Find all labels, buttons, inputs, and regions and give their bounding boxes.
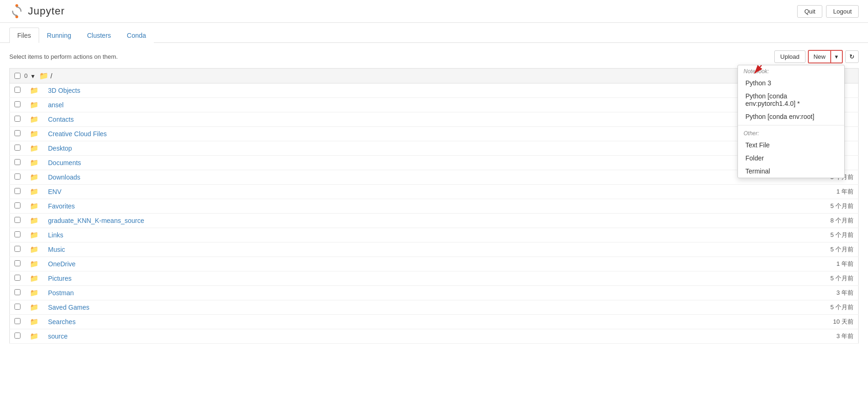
row-checkbox[interactable] [14,217,21,223]
file-link[interactable]: OneDrive [48,260,76,268]
row-checkbox[interactable] [14,101,21,107]
tab-clusters[interactable]: Clusters [79,28,119,43]
file-link[interactable]: graduate_KNN_K-means_source [48,217,144,224]
refresh-button[interactable]: ↻ [845,50,859,63]
file-table: 📁 3D Objects 📁 ansel 📁 Contacts [9,83,859,344]
table-row: 📁 ENV 1 年前 [10,185,859,199]
row-checkbox-cell [10,271,26,286]
row-folder-icon: 📁 [25,214,43,228]
row-checkbox-cell [10,141,26,156]
tab-files[interactable]: Files [9,28,39,43]
row-modified: 3 年前 [789,329,859,344]
row-checkbox-cell [10,83,26,98]
file-link[interactable]: Contacts [48,116,74,123]
file-link[interactable]: Saved Games [48,304,90,311]
table-row: 📁 Searches 10 天前 [10,315,859,329]
row-checkbox[interactable] [14,260,21,266]
new-python3-item[interactable]: Python 3 [738,76,844,90]
table-row: 📁 Contacts [10,112,859,127]
row-checkbox[interactable] [14,173,21,180]
file-link[interactable]: Desktop [48,145,72,152]
app-title: Jupyter [28,5,65,17]
file-link[interactable]: Searches [48,318,76,326]
file-link[interactable]: Downloads [48,173,80,181]
row-name-cell: Pictures [43,271,789,286]
row-checkbox[interactable] [14,333,21,339]
new-textfile-item[interactable]: Text File [738,139,844,152]
row-name-cell: graduate_KNN_K-means_source [43,214,789,228]
jupyter-logo-icon [9,4,24,19]
row-checkbox[interactable] [14,188,21,194]
row-folder-icon: 📁 [25,228,43,243]
file-link[interactable]: Creative Cloud Files [48,130,107,138]
logout-button[interactable]: Logout [826,5,859,18]
file-link[interactable]: ansel [48,101,63,109]
row-modified: 5 个月前 [789,243,859,257]
row-folder-icon: 📁 [25,315,43,329]
row-folder-icon: 📁 [25,257,43,271]
file-link[interactable]: Music [48,246,65,253]
row-name-cell: Creative Cloud Files [43,127,789,141]
row-checkbox-cell [10,199,26,214]
row-folder-icon: 📁 [25,170,43,185]
file-link[interactable]: Postman [48,289,74,297]
row-name-cell: source [43,329,789,344]
table-row: 📁 graduate_KNN_K-means_source 8 个月前 [10,214,859,228]
row-modified: 8 个月前 [789,214,859,228]
row-name-cell: Links [43,228,789,243]
tab-conda[interactable]: Conda [119,28,154,43]
sort-icon[interactable]: ▾ [31,72,34,80]
table-row: 📁 Favorites 5 个月前 [10,199,859,214]
row-checkbox-cell [10,315,26,329]
file-link[interactable]: Favorites [48,202,75,210]
row-name-cell: Favorites [43,199,789,214]
row-checkbox[interactable] [14,116,21,122]
row-checkbox[interactable] [14,275,21,281]
new-terminal-item[interactable]: Terminal [738,165,844,178]
new-button-main[interactable]: New [808,50,830,63]
select-all-checkbox[interactable] [14,73,21,79]
row-checkbox[interactable] [14,202,21,208]
row-checkbox-cell [10,329,26,344]
file-link[interactable]: 3D Objects [48,87,80,94]
row-checkbox-cell [10,112,26,127]
row-checkbox[interactable] [14,304,21,310]
quit-button[interactable]: Quit [797,5,822,18]
new-root-item[interactable]: Python [conda env:root] [738,110,844,123]
file-link[interactable]: source [48,333,68,340]
tab-running[interactable]: Running [39,28,79,43]
row-checkbox-cell [10,170,26,185]
file-link[interactable]: ENV [48,188,62,195]
row-folder-icon: 📁 [25,199,43,214]
file-link[interactable]: Documents [48,159,81,166]
row-checkbox[interactable] [14,318,21,324]
row-checkbox-cell [10,98,26,112]
row-checkbox[interactable] [14,289,21,295]
row-modified: 5 个月前 [789,228,859,243]
table-row: 📁 Downloads 5 个月前 [10,170,859,185]
row-checkbox[interactable] [14,246,21,252]
row-checkbox-cell [10,214,26,228]
row-checkbox[interactable] [14,145,21,151]
row-folder-icon: 📁 [25,329,43,344]
row-checkbox[interactable] [14,87,21,93]
new-button-caret[interactable]: ▾ [830,50,843,63]
row-folder-icon: 📁 [25,141,43,156]
row-checkbox[interactable] [14,130,21,136]
table-row: 📁 source 3 年前 [10,329,859,344]
row-name-cell: ENV [43,185,789,199]
file-link[interactable]: Pictures [48,275,72,282]
upload-button[interactable]: Upload [774,50,806,63]
row-folder-icon: 📁 [25,112,43,127]
row-name-cell: Music [43,243,789,257]
new-dropdown: Notebook: Python 3 Python [conda env:pyt… [737,65,845,178]
row-checkbox[interactable] [14,231,21,237]
row-checkbox[interactable] [14,159,21,165]
row-folder-icon: 📁 [25,156,43,170]
new-pytorch-item[interactable]: Python [conda env:pytorch1.4.0] * [738,90,844,110]
breadcrumb: 📁 / [39,71,52,80]
new-folder-item[interactable]: Folder [738,152,844,165]
table-row: 📁 3D Objects [10,83,859,98]
file-link[interactable]: Links [48,231,63,239]
row-modified: 1 年前 [789,257,859,271]
